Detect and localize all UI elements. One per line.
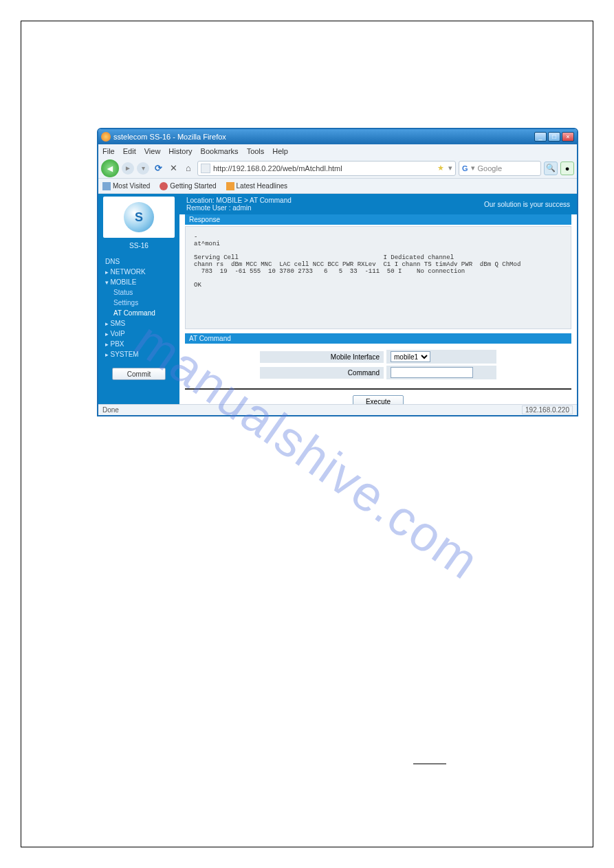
search-go-button[interactable]: 🔍: [544, 162, 558, 175]
remote-user-label: Remote User : admin: [186, 204, 292, 212]
stop-button[interactable]: ✕: [167, 162, 179, 175]
window-titlebar: sstelecom SS-16 - Mozilla Firefox _ □ ×: [98, 129, 577, 144]
menu-file[interactable]: File: [102, 147, 115, 155]
sidebar-item-status[interactable]: Status: [101, 287, 177, 298]
menu-view[interactable]: View: [144, 147, 161, 155]
url-dropdown-icon[interactable]: ▾: [448, 164, 452, 173]
main-panel: Location: MOBILE > AT Command Remote Use…: [179, 194, 577, 404]
sidebar-item-system[interactable]: SYSTEM: [101, 349, 177, 359]
menu-bookmarks[interactable]: Bookmarks: [201, 147, 239, 155]
mobile-interface-label: Mobile Interface: [260, 351, 384, 363]
url-text: http://192.168.0.220/web/mAtchdl.html: [213, 164, 342, 173]
home-button[interactable]: ⌂: [182, 162, 195, 175]
history-dropdown[interactable]: ▾: [137, 162, 149, 175]
bookmark-latest-headlines[interactable]: Latest Headlines: [226, 182, 288, 190]
toolbar-extra-button[interactable]: ●: [560, 162, 574, 175]
sidebar-item-network[interactable]: NETWORK: [101, 267, 177, 277]
sidebar-item-mobile[interactable]: MOBILE: [101, 277, 177, 287]
firefox-icon: [101, 132, 111, 142]
navigation-toolbar: ◄ ► ▾ ⟳ ✕ ⌂ http://192.168.0.220/web/mAt…: [98, 158, 577, 179]
bookmark-label: Latest Headlines: [237, 182, 288, 190]
close-button[interactable]: ×: [562, 132, 574, 142]
minimize-button[interactable]: _: [534, 132, 547, 142]
response-output: - at^moni Serving Cell I Dedicated chann…: [185, 226, 571, 329]
sidebar-item-pbx[interactable]: PBX: [101, 339, 177, 349]
brand-label: SS-16: [129, 242, 149, 249]
breadcrumb: Location: MOBILE > AT Command: [186, 197, 292, 204]
reload-button[interactable]: ⟳: [152, 162, 164, 175]
browser-window: sstelecom SS-16 - Mozilla Firefox _ □ × …: [97, 128, 578, 416]
at-command-form: Mobile Interface mobile1 Command: [185, 345, 571, 390]
bookmark-label: Getting Started: [170, 182, 216, 190]
bookmark-label: Most Visited: [113, 182, 150, 190]
decorative-line: [413, 764, 446, 764]
search-box[interactable]: G▾ Google: [459, 161, 541, 176]
forward-button[interactable]: ►: [122, 162, 134, 175]
response-section-title: Response: [185, 214, 571, 225]
slogan-text: Our solution is your success: [484, 201, 570, 208]
sidebar: S SS-16 DNS NETWORK MOBILE Status Settin…: [98, 194, 179, 404]
sidebar-item-voip[interactable]: VoIP: [101, 329, 177, 339]
sidebar-nav: DNS NETWORK MOBILE Status Settings AT Co…: [98, 256, 179, 359]
status-text: Done: [102, 406, 119, 414]
bookmarks-toolbar: Most Visited Getting Started Latest Head…: [98, 179, 577, 194]
document-page: sstelecom SS-16 - Mozilla Firefox _ □ × …: [21, 21, 593, 847]
menu-history[interactable]: History: [168, 147, 192, 155]
sidebar-item-dns[interactable]: DNS: [101, 256, 177, 267]
menu-tools[interactable]: Tools: [247, 147, 265, 155]
bookmark-star-icon[interactable]: ★: [437, 164, 444, 173]
window-title: sstelecom SS-16 - Mozilla Firefox: [113, 133, 226, 141]
search-placeholder: Google: [478, 164, 502, 173]
menu-help[interactable]: Help: [272, 147, 288, 155]
status-ip: 192.168.0.220: [522, 405, 573, 414]
getting-started-icon: [160, 182, 168, 190]
url-bar[interactable]: http://192.168.0.220/web/mAtchdl.html ★ …: [197, 161, 456, 176]
back-button[interactable]: ◄: [101, 159, 119, 177]
google-icon: G: [462, 164, 468, 173]
maximize-button[interactable]: □: [548, 132, 560, 142]
status-bar: Done 192.168.0.220: [98, 404, 577, 415]
at-command-section-title: AT Command: [185, 333, 571, 344]
menubar: File Edit View History Bookmarks Tools H…: [98, 144, 577, 158]
command-label: Command: [260, 367, 384, 379]
bookmark-most-visited[interactable]: Most Visited: [102, 182, 150, 190]
mobile-interface-select[interactable]: mobile1: [391, 351, 430, 362]
sidebar-item-at-command[interactable]: AT Command: [101, 308, 177, 318]
menu-edit[interactable]: Edit: [123, 147, 136, 155]
page-header: Location: MOBILE > AT Command Remote Use…: [179, 194, 577, 214]
most-visited-icon: [102, 182, 111, 190]
logo-icon: S: [124, 202, 154, 232]
commit-button[interactable]: Commit: [112, 368, 166, 380]
logo-box: S: [103, 197, 175, 238]
sidebar-item-settings[interactable]: Settings: [101, 298, 177, 308]
bookmark-getting-started[interactable]: Getting Started: [160, 182, 216, 190]
command-input[interactable]: [391, 367, 473, 378]
page-favicon: [201, 164, 210, 173]
sidebar-item-sms[interactable]: SMS: [101, 318, 177, 329]
rss-icon: [226, 182, 234, 190]
